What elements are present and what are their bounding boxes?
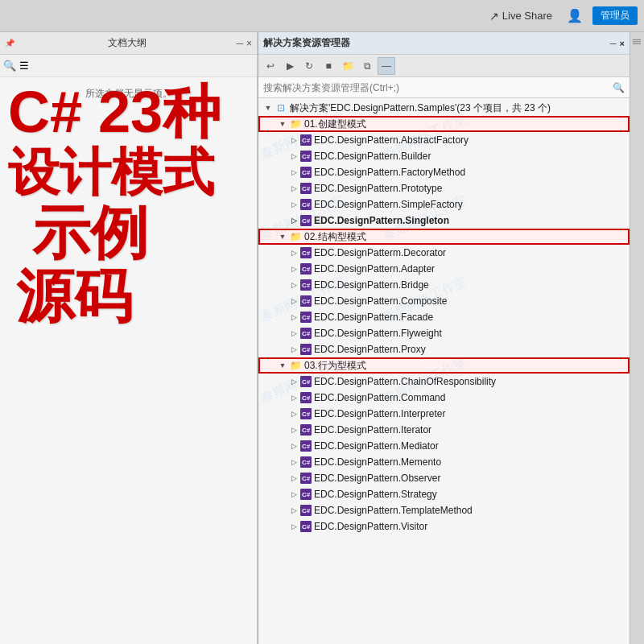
group-structural[interactable]: ▼ 📁 02.结构型模式 bbox=[258, 229, 630, 245]
item-iterator[interactable]: ▷ C# EDC.DesignPattern.Iterator bbox=[258, 422, 630, 438]
group3-folder-icon: 📁 bbox=[289, 359, 302, 372]
item-factorymethod[interactable]: ▷ C# EDC.DesignPattern.FactoryMethod bbox=[258, 164, 630, 180]
item-arrow: ▷ bbox=[287, 472, 300, 485]
toolbar-btn-2[interactable]: ▶ bbox=[281, 57, 299, 75]
item-arrow: ▷ bbox=[287, 375, 300, 388]
cs-icon-19: C# bbox=[300, 456, 312, 468]
item-label: EDC.DesignPattern.Bridge bbox=[314, 279, 429, 291]
item-proxy[interactable]: ▷ C# EDC.DesignPattern.Proxy bbox=[258, 341, 630, 357]
cs-icon-13: C# bbox=[300, 344, 312, 355]
item-label: EDC.DesignPattern.Interpreter bbox=[314, 408, 445, 419]
item-memento[interactable]: ▷ C# EDC.DesignPattern.Memento bbox=[258, 454, 630, 470]
item-label: EDC.DesignPattern.ChainOfResponsibility bbox=[314, 376, 496, 387]
item-singleton[interactable]: ▷ C# EDC.DesignPattern.Singleton bbox=[258, 213, 630, 229]
group2-folder-icon: 📁 bbox=[289, 230, 302, 243]
item-arrow: ▷ bbox=[287, 440, 300, 452]
item-mediator[interactable]: ▷ C# EDC.DesignPattern.Mediator bbox=[258, 438, 630, 454]
tree-container: ▼ ⊡ 解决方案'EDC.DesignPattern.Samples'(23 个… bbox=[258, 98, 630, 644]
item-label: EDC.DesignPattern.Proxy bbox=[314, 344, 426, 355]
item-templatemethod[interactable]: ▷ C# EDC.DesignPattern.TemplateMethod bbox=[258, 502, 630, 518]
panel-header-icons: ─ × bbox=[236, 38, 252, 49]
group2-arrow: ▼ bbox=[276, 230, 289, 243]
search-icon-right: 🔍 bbox=[613, 82, 625, 93]
item-strategy[interactable]: ▷ C# EDC.DesignPattern.Strategy bbox=[258, 486, 630, 502]
toolbar-btn-active[interactable]: — bbox=[378, 57, 395, 75]
item-arrow: ▷ bbox=[287, 279, 300, 291]
item-composite[interactable]: ▷ C# EDC.DesignPattern.Composite bbox=[258, 293, 630, 309]
item-simplefactory[interactable]: ▷ C# EDC.DesignPattern.SimpleFactory bbox=[258, 196, 630, 213]
item-command[interactable]: ▷ C# EDC.DesignPattern.Command bbox=[258, 390, 630, 406]
item-label: EDC.DesignPattern.Facade bbox=[314, 312, 433, 323]
main-layout: 📌 文档大纲 ─ × 🔍 ☰ 所选文档无显示项。 C# 23种 设计模式 示例 … bbox=[0, 32, 644, 644]
item-label: EDC.DesignPattern.Iterator bbox=[314, 424, 431, 436]
cs-icon-11: C# bbox=[300, 312, 312, 323]
cs-icon-20: C# bbox=[300, 473, 312, 484]
item-interpreter[interactable]: ▷ C# EDC.DesignPattern.Interpreter bbox=[258, 406, 630, 422]
toolbar-btn-folder[interactable]: 📁 bbox=[339, 57, 357, 75]
cs-icon-17: C# bbox=[300, 424, 312, 436]
left-panel: 📌 文档大纲 ─ × 🔍 ☰ 所选文档无显示项。 bbox=[0, 32, 258, 644]
group-creational[interactable]: ▼ 📁 01.创建型模式 bbox=[258, 116, 630, 132]
item-arrow: ▷ bbox=[287, 150, 300, 163]
toolbar-btn-1[interactable]: ↩ bbox=[262, 57, 279, 75]
item-arrow: ▷ bbox=[287, 198, 300, 211]
group3-label: 03.行为型模式 bbox=[304, 359, 366, 373]
left-panel-close[interactable]: × bbox=[246, 38, 252, 49]
cs-icon-15: C# bbox=[300, 392, 312, 403]
toolbar-btn-copy[interactable]: ⧉ bbox=[358, 57, 376, 75]
group1-label: 01.创建型模式 bbox=[304, 118, 366, 131]
item-arrow: ▷ bbox=[287, 520, 300, 533]
item-adapter[interactable]: ▷ C# EDC.DesignPattern.Adapter bbox=[258, 261, 630, 277]
item-decorator[interactable]: ▷ C# EDC.DesignPatterm.Decorator bbox=[258, 245, 630, 261]
item-chain[interactable]: ▷ C# EDC.DesignPattern.ChainOfResponsibi… bbox=[258, 374, 630, 390]
search-input[interactable] bbox=[263, 82, 613, 93]
solution-explorer-header: 解决方案资源管理器 ─ × bbox=[258, 32, 630, 55]
solution-pin-icon[interactable]: ─ bbox=[610, 39, 617, 48]
person-icon[interactable]: 👤 bbox=[564, 6, 586, 25]
item-arrow: ▷ bbox=[287, 311, 300, 324]
item-prototype[interactable]: ▷ C# EDC.DesignPattern.Prototype bbox=[258, 180, 630, 196]
item-builder[interactable]: ▷ C# EDC.DesignPattern.Builder bbox=[258, 148, 630, 164]
left-panel-pin[interactable]: ─ bbox=[236, 38, 243, 49]
group3-arrow: ▼ bbox=[276, 359, 289, 372]
live-share-icon: ↗ bbox=[489, 10, 499, 23]
solution-toolbar: ↩ ▶ ↻ ■ 📁 ⧉ — bbox=[258, 55, 630, 77]
live-share-button[interactable]: ↗ Live Share bbox=[485, 8, 557, 24]
rsb-icon: ||| bbox=[633, 35, 642, 48]
item-arrow: ▷ bbox=[287, 456, 300, 469]
item-label: EDC.DesignPattern.TemplateMethod bbox=[314, 505, 473, 516]
search-icon-toolbar[interactable]: 🔍 bbox=[3, 60, 16, 72]
live-share-label: Live Share bbox=[502, 10, 552, 22]
group-behavioral[interactable]: ▼ 📁 03.行为型模式 bbox=[258, 357, 630, 374]
item-facade[interactable]: ▷ C# EDC.DesignPattern.Facade bbox=[258, 309, 630, 325]
item-label: EDC.DesignPatterm.Decorator bbox=[314, 247, 446, 258]
item-arrow: ▷ bbox=[287, 343, 300, 356]
left-panel-title: 文档大纲 bbox=[18, 36, 236, 50]
cs-icon-6: C# bbox=[300, 215, 312, 226]
cs-icon-12: C# bbox=[300, 328, 312, 339]
item-observer[interactable]: ▷ C# EDC.DesignPattern.Observer bbox=[258, 470, 630, 486]
group2-label: 02.结构型模式 bbox=[304, 230, 366, 244]
toolbar-btn-stop[interactable]: ■ bbox=[320, 57, 337, 75]
list-icon-toolbar[interactable]: ☰ bbox=[19, 60, 29, 72]
cs-icon-4: C# bbox=[300, 183, 312, 194]
item-arrow: ▷ bbox=[287, 504, 300, 517]
item-visitor[interactable]: ▷ C# EDC.DesignPattern.Visitor bbox=[258, 518, 630, 535]
item-flyweight[interactable]: ▷ C# EDC.DesignPattern.Flyweight bbox=[258, 325, 630, 341]
title-bar: ↗ Live Share 👤 管理员 bbox=[0, 0, 644, 32]
cs-icon-18: C# bbox=[300, 440, 312, 452]
item-label: EDC.DesignPattern.Flyweight bbox=[314, 328, 442, 339]
toolbar-btn-refresh[interactable]: ↻ bbox=[300, 57, 318, 75]
panel-header: 📌 文档大纲 ─ × bbox=[0, 32, 257, 55]
search-bar: 🔍 bbox=[258, 77, 630, 98]
cs-icon-16: C# bbox=[300, 408, 312, 419]
cs-icon-5: C# bbox=[300, 199, 312, 210]
item-bridge[interactable]: ▷ C# EDC.DesignPattern.Bridge bbox=[258, 277, 630, 293]
item-abstractfactory[interactable]: ▷ C# EDC.DesignPattern.AbstractFactory bbox=[258, 132, 630, 148]
solution-close-icon[interactable]: × bbox=[620, 39, 625, 48]
item-label: EDC.DesignPattern.Builder bbox=[314, 151, 431, 162]
solution-root[interactable]: ▼ ⊡ 解决方案'EDC.DesignPattern.Samples'(23 个… bbox=[258, 100, 630, 116]
manager-button[interactable]: 管理员 bbox=[592, 6, 638, 25]
item-label: EDC.DesignPattern.Strategy bbox=[314, 489, 437, 500]
item-arrow: ▷ bbox=[287, 214, 300, 227]
